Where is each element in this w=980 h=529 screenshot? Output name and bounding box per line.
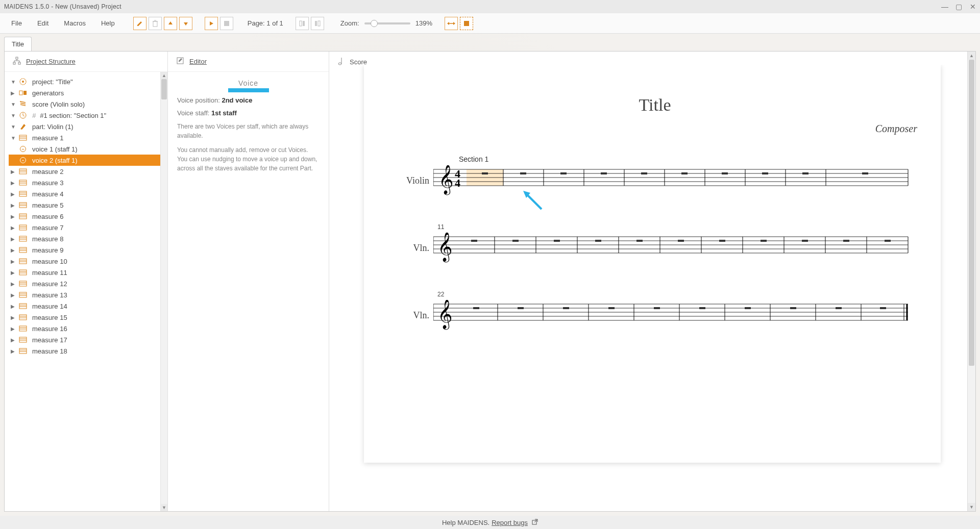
tree-measure[interactable]: ▶measure 14 [9, 300, 165, 312]
titlebar: MAIDENS 1.5.0 - New (Unsaved) Project — … [0, 0, 980, 13]
svg-rect-102 [762, 172, 768, 174]
svg-rect-161 [836, 307, 842, 309]
svg-point-12 [22, 81, 24, 83]
score-icon-head [337, 57, 345, 67]
tab-title[interactable]: Title [4, 37, 32, 52]
tree-measure[interactable]: ▶measure 3 [9, 177, 165, 188]
tree-measure[interactable]: ▶measure 16 [9, 323, 165, 334]
tree-measure[interactable]: ▶measure 2 [9, 166, 165, 177]
svg-rect-103 [802, 172, 808, 174]
move-down-button[interactable] [179, 17, 192, 30]
play-button[interactable] [205, 17, 218, 30]
generators-icon [19, 89, 27, 97]
menubar: File Edit Macros Help [5, 16, 121, 30]
minimize-icon[interactable]: — [941, 3, 948, 11]
tree-voice-1[interactable]: ▶ voice 1 (staff 1) [9, 143, 165, 155]
editor-heading: Voice [177, 79, 320, 87]
annotation-arrow [521, 189, 547, 216]
move-up-button[interactable] [164, 17, 177, 30]
tree-measure[interactable]: ▶measure 8 [9, 233, 165, 244]
footer-text: Help MAIDENS. [442, 519, 489, 526]
svg-rect-37 [19, 225, 27, 230]
svg-rect-155 [563, 307, 569, 309]
close-icon[interactable]: ✕ [970, 3, 976, 11]
svg-rect-61 [19, 315, 27, 320]
next-page-button[interactable] [311, 17, 324, 30]
svg-rect-99 [641, 172, 647, 174]
part-label-vln-1: Vln. [393, 243, 433, 254]
structure-icon [13, 57, 21, 66]
svg-rect-132 [802, 240, 808, 242]
svg-rect-157 [654, 307, 660, 309]
project-tree: ▼ project: "Title" ▶ generators [5, 72, 167, 511]
measure-icon [19, 324, 27, 333]
prev-page-button[interactable] [296, 17, 309, 30]
menu-edit[interactable]: Edit [31, 16, 55, 30]
maximize-icon[interactable]: ▢ [955, 3, 962, 11]
tree-voice-2[interactable]: ▶ voice 2 (staff 1) [9, 155, 165, 166]
section-label: Section 1 [459, 155, 917, 163]
svg-rect-100 [681, 172, 688, 174]
edit-button[interactable] [133, 17, 146, 30]
measure-icon [19, 280, 27, 288]
delete-button[interactable] [149, 17, 162, 30]
fit-width-button[interactable] [445, 17, 458, 30]
structure-title[interactable]: Project Structure [26, 58, 76, 65]
score-scrollbar[interactable]: ▲ ▼ [967, 52, 975, 511]
staff-row-3: 22 Vln. 𝄞 [393, 300, 917, 331]
menu-macros[interactable]: Macros [58, 16, 92, 30]
staff-2[interactable]: 𝄞 [433, 233, 917, 263]
svg-rect-130 [719, 240, 725, 242]
main-panel: Project Structure ▼ project: "Title" ▶ [4, 51, 976, 512]
voice-position: Voice position: 2nd voice [177, 96, 320, 104]
content: Title Project Structure ▼ project: "Titl [0, 34, 980, 516]
stop-button[interactable] [220, 17, 233, 30]
tree-measure[interactable]: ▶measure 7 [9, 222, 165, 233]
tree-generators[interactable]: ▶ generators [9, 87, 165, 98]
fit-selection-button[interactable] [460, 17, 473, 30]
svg-rect-156 [608, 307, 615, 309]
svg-rect-95 [482, 172, 488, 174]
editor-title[interactable]: Editor [189, 58, 207, 65]
staff-row-1: Violin 𝄞 4 4 [393, 165, 917, 196]
tree-project[interactable]: ▼ project: "Title" [9, 76, 165, 87]
bar-number-22: 22 [437, 291, 444, 298]
zoom-slider[interactable] [364, 22, 410, 24]
tree-measure[interactable]: ▶measure 12 [9, 278, 165, 289]
tree-measure[interactable]: ▶measure 15 [9, 312, 165, 323]
staff-1[interactable]: 𝄞 4 4 [433, 165, 917, 196]
measure-icon [19, 179, 27, 187]
tree-measure[interactable]: ▶measure 9 [9, 244, 165, 256]
menu-help[interactable]: Help [95, 16, 121, 30]
measure-icon [19, 302, 27, 310]
score-canvas[interactable]: Title Composer Section 1 Violin [350, 65, 955, 498]
tree-measure[interactable]: ▶measure 4 [9, 188, 165, 199]
staff-3[interactable]: 𝄞 [433, 300, 917, 331]
part-label-vln-2: Vln. [393, 310, 433, 321]
tree-section[interactable]: ▼ # #1 section: "Section 1" [9, 110, 165, 121]
measure-icon [19, 212, 27, 220]
tree-measure[interactable]: ▶measure 18 [9, 345, 165, 357]
tree-measure[interactable]: ▶measure 13 [9, 289, 165, 300]
svg-rect-134 [885, 240, 891, 242]
measure-icon [19, 134, 27, 142]
svg-rect-6 [318, 21, 320, 26]
tree-measure[interactable]: ▶measure 5 [9, 199, 165, 211]
svg-rect-125 [512, 240, 519, 242]
score-icon [19, 100, 27, 108]
part-label-violin: Violin [393, 175, 433, 186]
tree-measure[interactable]: ▶measure 11 [9, 267, 165, 278]
svg-text:𝄞: 𝄞 [437, 300, 453, 330]
menu-file[interactable]: File [5, 16, 28, 30]
tree-measure[interactable]: ▶measure 6 [9, 211, 165, 222]
tree-scrollbar[interactable]: ▲ ▼ [160, 72, 167, 511]
report-bugs-link[interactable]: Report bugs [492, 519, 528, 526]
svg-rect-58 [19, 304, 27, 309]
svg-rect-158 [699, 307, 705, 309]
tree-score[interactable]: ▼ score (Violin solo) [9, 98, 165, 110]
tree-part[interactable]: ▼ part: Violin (1) [9, 121, 165, 132]
tree-measure-1[interactable]: ▼ measure 1 [9, 132, 165, 143]
score-page-title: Title [393, 95, 917, 115]
tree-measure[interactable]: ▶measure 10 [9, 256, 165, 267]
tree-measure[interactable]: ▶measure 17 [9, 334, 165, 345]
